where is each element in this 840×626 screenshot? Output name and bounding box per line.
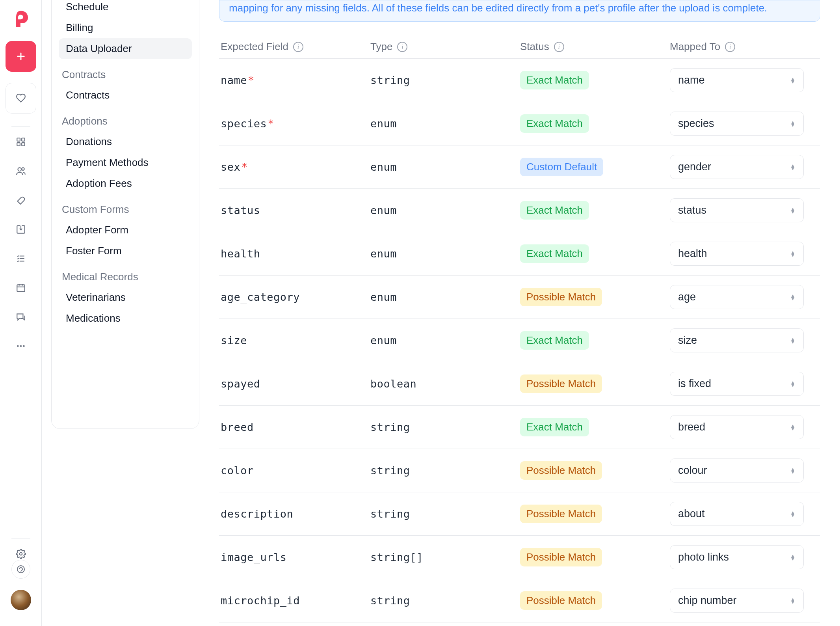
mapped-to-select[interactable]: species▲▼ bbox=[670, 112, 804, 136]
chevron-up-down-icon: ▲▼ bbox=[790, 381, 795, 387]
status-cell: Custom Default bbox=[520, 158, 670, 176]
mapped-to-select[interactable]: breed▲▼ bbox=[670, 415, 804, 439]
select-value: health bbox=[678, 248, 707, 260]
chevron-up-down-icon: ▲▼ bbox=[790, 251, 795, 257]
column-expected-field: Expected Field i bbox=[221, 41, 370, 53]
chevron-up-down-icon: ▲▼ bbox=[790, 598, 795, 604]
main-content: mapping for any missing fields. All of t… bbox=[219, 0, 824, 626]
mapped-to-select[interactable]: photo links▲▼ bbox=[670, 545, 804, 569]
svg-point-10 bbox=[19, 553, 22, 555]
heart-hand-icon[interactable] bbox=[15, 194, 27, 206]
mapped-to-select[interactable]: chip number▲▼ bbox=[670, 589, 804, 613]
mapped-to-select[interactable]: name▲▼ bbox=[670, 68, 804, 92]
mapping-row: species*enumExact Matchspecies▲▼ bbox=[219, 102, 820, 145]
type-cell: string bbox=[370, 421, 520, 433]
mapping-row: descriptionstringPossible Matchabout▲▼ bbox=[219, 492, 820, 535]
mapping-row: show_publicbooleanExact Matchshow_public… bbox=[219, 622, 820, 626]
column-type: Type i bbox=[370, 41, 520, 53]
expected-field-cell: name* bbox=[221, 74, 370, 86]
status-cell: Possible Match bbox=[520, 505, 670, 523]
status-badge: Possible Match bbox=[520, 461, 602, 480]
select-value: breed bbox=[678, 421, 705, 433]
sidebar-item-data-uploader[interactable]: Data Uploader bbox=[59, 38, 192, 59]
expected-field-cell: age_category bbox=[221, 291, 370, 303]
sidebar-heading: Contracts bbox=[59, 59, 192, 85]
sidebar-item-contracts[interactable]: Contracts bbox=[59, 85, 192, 106]
sidebar-item-adoption-fees[interactable]: Adoption Fees bbox=[59, 173, 192, 194]
calendar-icon[interactable] bbox=[15, 282, 27, 294]
messages-icon[interactable] bbox=[15, 311, 27, 323]
type-cell: string bbox=[370, 74, 520, 86]
inbox-icon[interactable] bbox=[15, 224, 27, 235]
svg-point-7 bbox=[17, 345, 19, 347]
info-icon[interactable]: i bbox=[293, 42, 303, 52]
mapped-to-select[interactable]: about▲▼ bbox=[670, 502, 804, 526]
status-cell: Possible Match bbox=[520, 591, 670, 610]
sidebar-item-veterinarians[interactable]: Veterinarians bbox=[59, 287, 192, 308]
more-icon[interactable] bbox=[15, 340, 27, 352]
mapped-to-select[interactable]: colour▲▼ bbox=[670, 458, 804, 483]
dashboard-icon[interactable] bbox=[15, 136, 27, 148]
people-icon[interactable] bbox=[15, 165, 27, 177]
type-cell: enum bbox=[370, 161, 520, 173]
info-icon[interactable]: i bbox=[397, 42, 407, 52]
app-logo[interactable] bbox=[10, 8, 32, 30]
select-value: is fixed bbox=[678, 378, 711, 390]
status-badge: Exact Match bbox=[520, 71, 589, 89]
type-cell: enum bbox=[370, 117, 520, 130]
mapped-to-select[interactable]: is fixed▲▼ bbox=[670, 372, 804, 396]
status-cell: Exact Match bbox=[520, 114, 670, 133]
required-asterisk: * bbox=[248, 74, 255, 86]
mapped-to-select[interactable]: status▲▼ bbox=[670, 198, 804, 222]
status-badge: Exact Match bbox=[520, 331, 589, 350]
status-badge: Custom Default bbox=[520, 158, 603, 176]
chevron-up-down-icon: ▲▼ bbox=[790, 208, 795, 213]
sidebar-item-donations[interactable]: Donations bbox=[59, 131, 192, 152]
sidebar-item-foster-form[interactable]: Foster Form bbox=[59, 240, 192, 261]
sidebar-item-billing[interactable]: Billing bbox=[59, 17, 192, 38]
mapping-row: image_urlsstring[]Possible Matchphoto li… bbox=[219, 535, 820, 579]
mapping-row: spayedbooleanPossible Matchis fixed▲▼ bbox=[219, 362, 820, 405]
required-asterisk: * bbox=[241, 161, 248, 173]
mapped-to-select[interactable]: size▲▼ bbox=[670, 328, 804, 352]
select-value: age bbox=[678, 291, 696, 303]
help-chat-button[interactable] bbox=[11, 560, 30, 579]
mapping-row: name*stringExact Matchname▲▼ bbox=[219, 58, 820, 102]
mapped-to-select[interactable]: gender▲▼ bbox=[670, 155, 804, 179]
sidebar-item-medications[interactable]: Medications bbox=[59, 308, 192, 329]
status-cell: Exact Match bbox=[520, 331, 670, 350]
mapped-to-select[interactable]: age▲▼ bbox=[670, 285, 804, 309]
favorites-button[interactable] bbox=[6, 83, 36, 114]
sidebar-item-adopter-form[interactable]: Adopter Form bbox=[59, 220, 192, 240]
status-badge: Possible Match bbox=[520, 505, 602, 523]
status-badge: Exact Match bbox=[520, 418, 589, 436]
select-value: gender bbox=[678, 161, 711, 173]
info-icon[interactable]: i bbox=[725, 42, 735, 52]
add-button[interactable] bbox=[6, 41, 36, 72]
select-value: chip number bbox=[678, 594, 737, 607]
user-avatar[interactable] bbox=[11, 590, 31, 610]
svg-point-8 bbox=[20, 345, 21, 347]
status-badge: Exact Match bbox=[520, 201, 589, 220]
expected-field-cell: description bbox=[221, 508, 370, 520]
svg-point-9 bbox=[23, 345, 24, 347]
tasks-icon[interactable] bbox=[15, 253, 27, 265]
chevron-up-down-icon: ▲▼ bbox=[790, 164, 795, 170]
status-cell: Possible Match bbox=[520, 548, 670, 566]
select-value: photo links bbox=[678, 551, 729, 563]
info-banner: mapping for any missing fields. All of t… bbox=[219, 0, 820, 22]
type-cell: string[] bbox=[370, 551, 520, 563]
svg-rect-2 bbox=[17, 143, 20, 146]
status-badge: Exact Match bbox=[520, 244, 589, 263]
info-icon[interactable]: i bbox=[554, 42, 564, 52]
mapped-to-select[interactable]: health▲▼ bbox=[670, 242, 804, 266]
select-value: size bbox=[678, 334, 697, 347]
sidebar-item-schedule[interactable]: Schedule bbox=[59, 0, 192, 17]
status-badge: Exact Match bbox=[520, 114, 589, 133]
sidebar-item-payment-methods[interactable]: Payment Methods bbox=[59, 152, 192, 173]
sidebar-heading: Custom Forms bbox=[59, 194, 192, 220]
chevron-up-down-icon: ▲▼ bbox=[790, 555, 795, 560]
expected-field-cell: image_urls bbox=[221, 551, 370, 563]
status-cell: Exact Match bbox=[520, 418, 670, 436]
settings-icon[interactable] bbox=[15, 548, 27, 560]
